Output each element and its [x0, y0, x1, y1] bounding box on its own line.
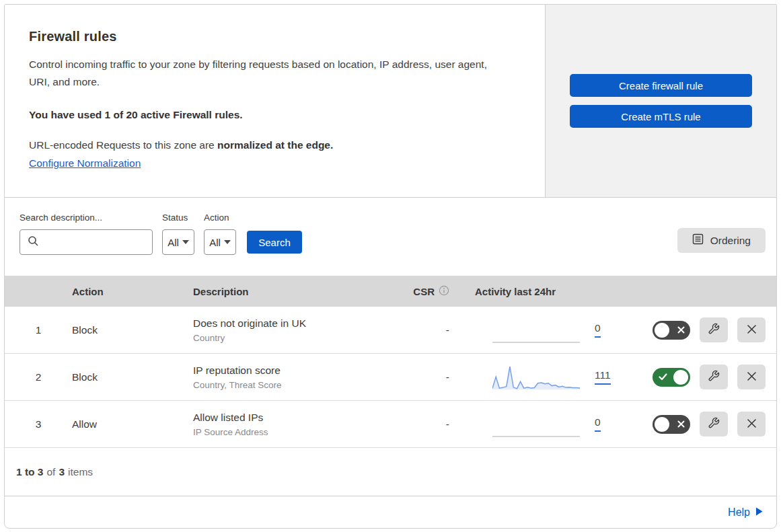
filter-bar: Search description... Status All Action … — [5, 198, 776, 276]
toggle-knob — [655, 323, 669, 338]
items-label: items — [68, 466, 93, 478]
status-dropdown[interactable]: All — [162, 229, 194, 255]
activity-sparkline — [492, 315, 580, 345]
action-dropdown-value: All — [209, 237, 221, 248]
top-section: Firewall rules Control incoming traffic … — [5, 5, 776, 198]
delete-rule-button[interactable] — [737, 317, 766, 342]
rule-activity: 0 — [452, 315, 617, 345]
delete-rule-button[interactable] — [737, 412, 766, 436]
rule-csr: - — [385, 324, 452, 336]
rule-controls — [617, 365, 775, 389]
activity-count-link[interactable]: 0 — [595, 322, 601, 338]
rule-action: Block — [72, 371, 193, 383]
create-firewall-rule-button[interactable]: Create firewall rule — [570, 74, 752, 97]
ordering-button-label: Ordering — [710, 235, 751, 247]
chevron-down-icon — [224, 240, 231, 244]
search-button[interactable]: Search — [247, 231, 302, 254]
rule-title: Allow listed IPs — [193, 412, 385, 424]
page-description: Control incoming traffic to your zone by… — [29, 56, 507, 91]
rule-enabled-toggle[interactable] — [653, 368, 690, 387]
action-filter-group: Action All — [204, 213, 236, 255]
activity-count-link[interactable]: 0 — [595, 416, 601, 432]
items-total: 3 — [59, 466, 65, 478]
normalization-bold-text: normalized at the edge. — [217, 139, 333, 151]
rule-enabled-toggle[interactable] — [653, 321, 690, 340]
column-header-activity: Activity last 24hr — [452, 286, 617, 297]
rule-controls — [617, 317, 775, 342]
normalization-note: URL-encoded Requests to this zone are no… — [29, 139, 518, 151]
table-row: 2 Block IP reputation score Country, Thr… — [5, 354, 776, 401]
normalization-text: URL-encoded Requests to this zone are — [29, 139, 217, 151]
csr-header-label: CSR — [413, 286, 435, 297]
check-icon — [659, 371, 667, 383]
wrench-icon — [708, 417, 720, 431]
activity-count-link[interactable]: 111 — [595, 369, 611, 385]
status-filter-group: Status All — [162, 213, 194, 255]
action-label: Action — [204, 213, 236, 223]
rule-enabled-toggle[interactable] — [653, 415, 690, 434]
ordering-button[interactable]: Ordering — [677, 228, 766, 253]
rule-action: Block — [72, 324, 193, 336]
wrench-icon — [708, 323, 720, 337]
edit-rule-button[interactable] — [700, 317, 728, 342]
rule-fields: Country, Threat Score — [193, 380, 385, 390]
delete-rule-button[interactable] — [737, 365, 766, 389]
rule-action: Allow — [72, 418, 193, 430]
actions-panel: Create firewall rule Create mTLS rule — [546, 5, 776, 197]
create-mtls-rule-button[interactable]: Create mTLS rule — [570, 105, 752, 128]
ordering-list-icon — [692, 233, 704, 248]
column-header-description: Description — [193, 286, 385, 297]
pagination-summary: 1 to 3 of 3 items — [5, 448, 776, 496]
rules-table: Action Description CSR Activity last 24h… — [5, 276, 776, 448]
status-dropdown-value: All — [168, 237, 179, 248]
x-mark-icon — [677, 418, 685, 430]
rule-description: Allow listed IPs IP Source Address — [193, 412, 385, 437]
search-group: Search description... — [20, 213, 153, 255]
close-icon — [747, 418, 757, 430]
x-mark-icon — [677, 324, 685, 336]
intro-panel: Firewall rules Control incoming traffic … — [5, 5, 546, 197]
items-of-text: of — [46, 466, 55, 478]
activity-sparkline — [492, 410, 580, 439]
rule-title: Does not originate in UK — [193, 317, 385, 330]
column-header-action: Action — [72, 286, 193, 297]
table-header-row: Action Description CSR Activity last 24h… — [5, 276, 776, 307]
help-link-label: Help — [728, 506, 750, 519]
rule-priority: 3 — [5, 418, 72, 430]
search-input[interactable] — [20, 229, 153, 255]
usage-note: You have used 1 of 20 active Firewall ru… — [29, 109, 518, 121]
chevron-down-icon — [182, 240, 189, 244]
toggle-knob — [655, 417, 669, 432]
activity-sparkline — [492, 363, 580, 392]
rule-fields: Country — [193, 333, 385, 343]
search-icon — [28, 235, 39, 250]
wrench-icon — [708, 370, 720, 384]
action-dropdown[interactable]: All — [204, 229, 236, 255]
help-bar: Help — [5, 496, 776, 528]
toggle-knob — [673, 370, 688, 385]
rule-fields: IP Source Address — [193, 427, 385, 437]
table-row: 3 Allow Allow listed IPs IP Source Addre… — [5, 401, 776, 448]
info-icon[interactable] — [439, 285, 449, 298]
rule-description: IP reputation score Country, Threat Scor… — [193, 365, 385, 390]
items-range: 1 to 3 — [16, 466, 43, 478]
rule-activity: 0 — [452, 410, 617, 439]
page-title: Firewall rules — [29, 29, 518, 44]
firewall-rules-card: Firewall rules Control incoming traffic … — [4, 4, 777, 529]
triangle-right-icon — [755, 506, 763, 519]
close-icon — [747, 324, 757, 336]
column-header-csr: CSR — [385, 285, 452, 298]
rule-priority: 2 — [5, 371, 72, 383]
configure-normalization-link[interactable]: Configure Normalization — [29, 157, 141, 169]
rule-csr: - — [385, 371, 452, 383]
rule-activity: 111 — [452, 363, 617, 392]
edit-rule-button[interactable] — [700, 365, 728, 389]
close-icon — [747, 371, 757, 383]
table-row: 1 Block Does not originate in UK Country… — [5, 307, 776, 354]
rule-description: Does not originate in UK Country — [193, 317, 385, 343]
edit-rule-button[interactable] — [700, 412, 728, 436]
help-link[interactable]: Help — [728, 506, 763, 519]
rule-title: IP reputation score — [193, 365, 385, 377]
rule-priority: 1 — [5, 324, 72, 336]
status-label: Status — [162, 213, 194, 223]
